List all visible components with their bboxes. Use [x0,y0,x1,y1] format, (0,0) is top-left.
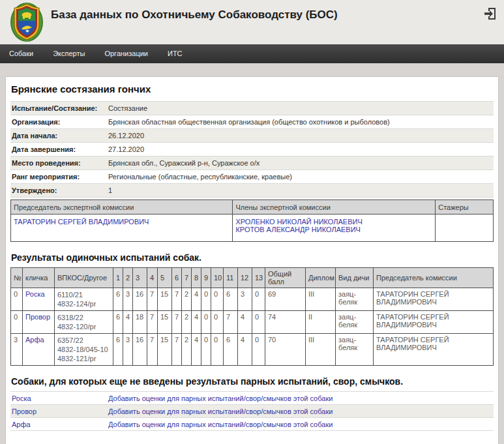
score-cell: 3 [123,334,133,366]
results-header: 7 [182,268,192,288]
detail-row-start-date: Дата начала: 26.12.2020 [10,129,494,143]
score-cell: 0 [211,311,224,334]
detail-row-rank: Ранг мероприятия: Региональные (областны… [10,170,494,184]
score-cell: 7 [224,311,238,334]
vpkos-line: 6110/21 [57,290,110,299]
results-header: 4 [147,268,158,288]
score-cell: 7 [147,334,158,366]
results-header: 2 [123,268,133,288]
hunting-society-emblem-icon [8,1,45,45]
member-link[interactable]: ХРОЛЕНКО НИКОЛАЙ НИКОЛАЕВИЧ [235,218,362,226]
score-cell: 4 [192,334,201,366]
score-cell: 2 [182,334,192,366]
score-cell: 7 [147,311,158,334]
score-cell: 6 [113,334,123,366]
pending-row: Роска Добавить оценки для парных испытан… [10,392,494,405]
total-score-cell: 69 [265,288,306,311]
commission-members-cell: ХРОЛЕНКО НИКОЛАЙ НИКОЛАЕВИЧ КРОТОВ АЛЕКС… [233,215,436,242]
game-type-cell: заяц-беляк [336,288,374,311]
dog-link[interactable]: Арфа [12,421,31,428]
nav-item-experts[interactable]: Эксперты [46,44,91,63]
detail-value: 26.12.2020 [108,132,144,140]
vpkos-cell: 6318/22 4832-120/pr [55,311,113,334]
score-cell: 18 [133,311,147,334]
member-link[interactable]: КРОТОВ АЛЕКСАНДР НИКОЛАЕВИЧ [235,226,361,233]
main-nav: Собаки Эксперты Организации ИТС [0,44,504,63]
commission-header-chairman: Председатель экспертной комиссии [11,200,233,215]
results-header: Общий балл [265,268,306,288]
add-pair-scores-link[interactable]: Добавить оценки для парных испытаний/сво… [108,394,333,402]
add-pair-scores-link[interactable]: Добавить оценки для парных испытаний/сво… [108,407,333,415]
commission-header-trainees: Стажеры [436,200,494,215]
report-row: Рапортичка испытания/состязания, для рас… [10,441,494,444]
score-cell: 7 [147,288,158,311]
results-title: Результаты одиночных испытаний собак. [11,252,494,263]
score-cell: 7 [172,334,182,366]
chairman-link[interactable]: ТАРАТОРИН СЕРГЕЙ ВЛАДИМИРОВИЧ [14,218,149,226]
vpkos-cell: 6357/22 4832-18/045-10 4832-121/pr [55,334,113,366]
diploma-cell: III [306,288,336,311]
vpkos-line: 6318/22 [57,313,110,322]
pending-dog-name: Роска [10,394,108,402]
detail-value: Брянская обл., Суражский р-н, Суражское … [108,159,259,167]
detail-label: Дата начала: [10,132,108,140]
nav-item-its[interactable]: ИТС [161,44,189,63]
commission-chairman-cell: ТАРАТОРИН СЕРГЕЙ ВЛАДИМИРОВИЧ [11,215,233,242]
add-pair-scores-link[interactable]: Добавить оценки для парных испытаний/сво… [108,421,333,428]
commission-trainees-cell [436,215,494,242]
score-cell: 7 [172,311,182,334]
app-header: База данных по Охотничьему Собаководству… [0,0,504,44]
vpkos-line: 4832-124/pr [57,299,110,308]
vpkos-line: 4832-121/pr [57,354,110,363]
results-row: 3 Арфа 6357/22 4832-18/045-10 4832-121/p… [11,334,494,366]
logout-icon[interactable] [482,6,498,22]
score-cell: 0 [201,288,211,311]
score-cell: 4 [238,334,252,366]
results-header: кличка [23,268,55,288]
score-cell: 0 [201,334,211,366]
event-title: Брянские состязания гончих [11,83,494,95]
results-header: 5 [158,268,172,288]
detail-label: Место проведения: [10,159,108,167]
results-row: 0 Провор 6318/22 4832-120/pr 6 4 18 7 15… [11,311,494,334]
results-table: № кличка ВПКОС/Другое 1 2 3 4 5 6 7 8 9 … [10,267,494,366]
commission-header-row: Председатель экспертной комиссии Члены э… [11,200,494,215]
score-cell: 15 [158,334,172,366]
results-header: 3 [133,268,147,288]
detail-row-approved: Утверждено: 1 [10,184,494,198]
detail-label: Ранг мероприятия: [10,173,108,181]
dog-link[interactable]: Роска [12,394,31,402]
detail-label: Испытание/Состязание: [10,104,108,112]
results-header: 8 [192,268,201,288]
result-num: 0 [11,288,23,311]
score-cell: 15 [158,288,172,311]
results-header: 6 [172,268,182,288]
dog-link[interactable]: Провор [12,407,37,415]
dog-link[interactable]: Арфа [25,336,44,344]
results-header: 11 [224,268,238,288]
results-header: 10 [211,268,224,288]
pending-dog-name: Провор [10,407,108,415]
nav-item-dogs[interactable]: Собаки [3,44,40,63]
chairman-cell: ТАРАТОРИН СЕРГЕЙ ВЛАДИМИРОВИЧ [374,311,494,334]
game-type-cell: заяц-беляк [336,311,374,334]
dog-link[interactable]: Провор [25,313,50,321]
score-cell: 6 [224,288,238,311]
results-header: 13 [252,268,265,288]
score-cell: 2 [182,288,192,311]
commission-row: ТАРАТОРИН СЕРГЕЙ ВЛАДИМИРОВИЧ ХРОЛЕНКО Н… [11,215,494,242]
score-cell: 6 [224,334,238,366]
score-cell: 4 [192,311,201,334]
score-cell: 4 [123,311,133,334]
chairman-cell: ТАРАТОРИН СЕРГЕЙ ВЛАДИМИРОВИЧ [374,334,494,366]
vpkos-line: 4832-120/pr [57,322,110,331]
dog-link[interactable]: Роска [25,290,45,298]
nav-item-organizations[interactable]: Организации [98,44,155,63]
score-cell: 6 [113,288,123,311]
detail-row-end-date: Дата завершения: 27.12.2020 [10,143,494,156]
score-cell: 3 [123,288,133,311]
detail-row-location: Место проведения: Брянская обл., Суражск… [10,156,494,170]
score-cell: 4 [192,288,201,311]
vpkos-cell: 6110/21 4832-124/pr [55,288,113,311]
score-cell: 0 [201,311,211,334]
